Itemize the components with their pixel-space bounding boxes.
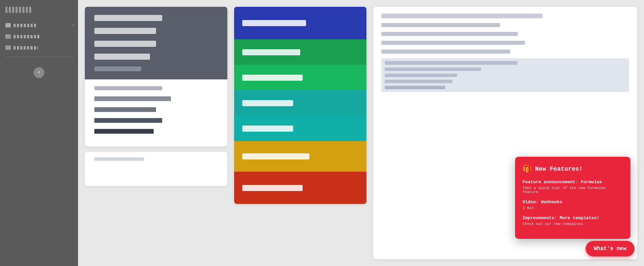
sidebar-item-tables[interactable] [0, 42, 78, 53]
band-bar [242, 126, 293, 132]
row-bar [381, 32, 518, 36]
chevron-right-icon: › [72, 23, 75, 28]
sidebar-item-label [14, 46, 38, 50]
header-bar-2 [94, 28, 156, 34]
color-band-green-dark [234, 39, 366, 65]
color-band-red [234, 172, 366, 204]
card-body [85, 79, 227, 147]
table-icon [5, 45, 11, 50]
shaded-row [385, 80, 452, 83]
row-bar [381, 41, 525, 45]
header-bar-1 [94, 15, 162, 21]
row-label [94, 96, 171, 101]
header-bar-3 [94, 41, 156, 47]
list-item [94, 107, 218, 112]
row-bar [381, 50, 510, 54]
band-bar [242, 49, 300, 55]
list-item [94, 129, 218, 134]
popup-section-desc: 2 min [523, 206, 623, 210]
popup-section-desc: Check out our new tempaltes [523, 222, 623, 226]
popup-section-webhooks: Video: Webhooks 2 min [523, 200, 623, 210]
shaded-row [385, 74, 457, 77]
table-row [381, 50, 629, 54]
sidebar-item-files[interactable]: › [0, 20, 78, 31]
chart-icon [5, 34, 11, 39]
popup-section-formulas: Feature announcement: Formulas Take a qu… [523, 179, 623, 194]
column-2 [234, 7, 366, 259]
color-band-teal-dark [234, 90, 366, 116]
sidebar-collapse-button[interactable]: < [34, 67, 44, 78]
card-header [85, 7, 227, 79]
sidebar-divider [5, 57, 73, 57]
color-band-blue [234, 7, 366, 39]
row-label [94, 129, 154, 134]
card2-bar [94, 157, 144, 161]
sidebar-item-label [14, 35, 41, 38]
band-bar [242, 20, 306, 26]
whats-new-button[interactable]: What's new [586, 241, 634, 256]
popup-section-title: Video: Webhooks [523, 200, 623, 205]
shaded-row [385, 68, 481, 71]
sidebar: › < [0, 0, 78, 266]
popup-section-title: Improvements: More templates! [523, 215, 623, 221]
band-bar [242, 153, 309, 159]
table-row [381, 32, 629, 36]
list-item [94, 96, 218, 101]
table-row [381, 14, 629, 18]
row-label [94, 107, 156, 112]
popup-title: New Features! [535, 166, 583, 172]
sidebar-item-label [14, 24, 37, 27]
column-1 [85, 7, 227, 259]
list-item [94, 86, 218, 90]
row-bar [381, 14, 543, 18]
row-label [94, 86, 162, 90]
sidebar-item-reports[interactable] [0, 31, 78, 42]
gift-icon: 🎁 [523, 164, 532, 173]
secondary-card [85, 152, 227, 186]
shaded-row [385, 86, 445, 89]
shaded-row [385, 61, 517, 65]
row-label [94, 118, 162, 123]
popup-header: 🎁 New Features! [523, 164, 623, 173]
band-bar [242, 185, 303, 191]
color-band-green-light [234, 65, 366, 90]
popup-section-title: Feature announcement: Formulas [523, 179, 623, 185]
new-features-popup: 🎁 New Features! Feature announcement: Fo… [515, 157, 630, 239]
shaded-section [381, 58, 629, 92]
table-row [381, 23, 629, 27]
chevron-left-icon: < [38, 70, 40, 75]
header-bar-5 [94, 66, 141, 71]
color-band-teal-light [234, 116, 366, 141]
band-bar [242, 100, 293, 106]
table-row [381, 41, 629, 45]
row-bar [381, 23, 500, 27]
list-item [94, 118, 218, 123]
band-bar [242, 75, 303, 81]
color-band-yellow [234, 141, 366, 172]
popup-section-templates: Improvements: More templates! Check out … [523, 215, 623, 226]
popup-section-desc: Take a quick tour of the new Formulas fe… [523, 186, 623, 194]
header-bar-4 [94, 54, 150, 60]
list-card [85, 7, 227, 147]
color-bands-card [234, 7, 366, 204]
folder-icon [5, 23, 11, 27]
app-logo [5, 7, 33, 13]
